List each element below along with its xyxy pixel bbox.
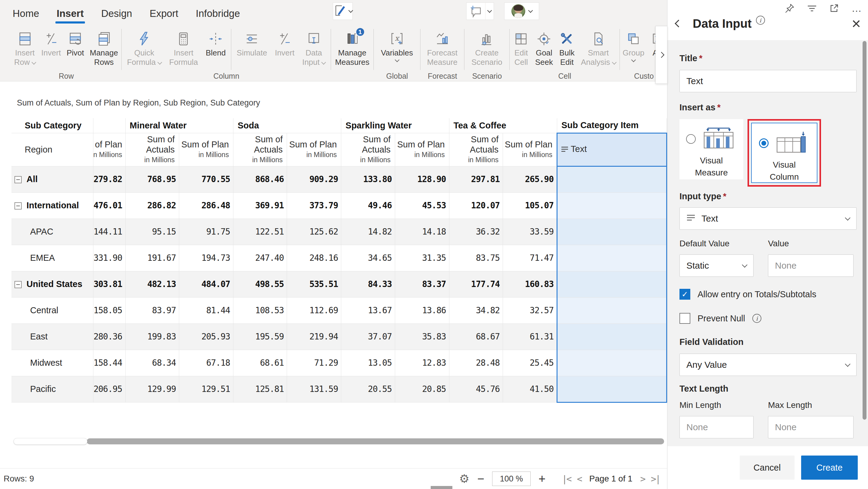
- cell-value[interactable]: 205.93: [179, 323, 234, 350]
- info-icon[interactable]: i: [756, 16, 765, 25]
- cell-value[interactable]: 33.59: [503, 219, 557, 245]
- cell-value[interactable]: 128.90: [395, 166, 449, 192]
- min-length-input[interactable]: None: [679, 416, 753, 438]
- cancel-button[interactable]: Cancel: [740, 456, 795, 480]
- insert-as-option-visual-column[interactable]: VisualColumn: [751, 123, 817, 183]
- cell-value[interactable]: 194.73: [179, 245, 234, 271]
- cell-value[interactable]: 49.46: [341, 192, 395, 219]
- collapse-icon[interactable]: [14, 176, 22, 183]
- cell-value[interactable]: 71.29: [287, 350, 341, 376]
- insert-formula-button[interactable]: InsertFormula: [167, 29, 200, 67]
- cell-value-clipped[interactable]: 280.36: [93, 323, 125, 350]
- cell-value[interactable]: 41.50: [503, 376, 557, 402]
- cell-value[interactable]: 122.51: [233, 219, 287, 245]
- measure-header-sum-of-actuals[interactable]: Sum ofActualsin Millions: [125, 133, 179, 166]
- cell-value[interactable]: 32.57: [503, 297, 557, 323]
- panel-scrollbar-thumb[interactable]: [863, 41, 867, 420]
- data-input-button[interactable]: DataInput: [300, 29, 328, 67]
- cell-value-clipped[interactable]: 158.44: [93, 350, 125, 376]
- cell-value[interactable]: 12.83: [395, 350, 449, 376]
- cell-value[interactable]: 68.67: [449, 323, 503, 350]
- collapse-icon[interactable]: [14, 281, 22, 288]
- scrollbar-track[interactable]: [87, 438, 664, 444]
- cell-value[interactable]: 28.48: [449, 350, 503, 376]
- bulk-edit-button[interactable]: BulkEdit: [557, 29, 577, 67]
- ribbon-tab-design[interactable]: Design: [101, 8, 132, 24]
- column-group-header[interactable]: Tea & Coffee: [449, 118, 557, 133]
- settings-gear-icon[interactable]: ⚙: [459, 472, 469, 485]
- zoom-in-button[interactable]: +: [538, 473, 546, 485]
- zoom-out-button[interactable]: −: [477, 473, 484, 485]
- row-label[interactable]: International: [11, 192, 93, 219]
- measure-header-sum-of-plan[interactable]: Sum of Planin Millions: [287, 133, 341, 166]
- cell-value[interactable]: 81.44: [179, 297, 234, 323]
- cell-value[interactable]: 14.18: [395, 219, 449, 245]
- cell-value[interactable]: 373.79: [287, 192, 341, 219]
- row-label[interactable]: Midwest: [11, 350, 93, 376]
- prevent-null-checkbox[interactable]: [679, 313, 690, 324]
- edit-cell-button[interactable]: EditCell: [511, 29, 531, 67]
- cell-value[interactable]: 131.59: [287, 376, 341, 402]
- cell-value[interactable]: 768.95: [125, 166, 179, 192]
- pin-icon[interactable]: [784, 3, 795, 13]
- blend-button[interactable]: Blend: [203, 29, 228, 58]
- cell-value[interactable]: 68.34: [125, 350, 179, 376]
- cell-value[interactable]: 35.83: [395, 323, 449, 350]
- input-column-cell[interactable]: [557, 245, 667, 271]
- cell-value[interactable]: 219.94: [287, 323, 341, 350]
- close-panel-button[interactable]: ×: [852, 16, 861, 31]
- measure-header-sum-of-plan[interactable]: Sum of Planin Millions: [395, 133, 449, 166]
- radio-selected[interactable]: [759, 138, 769, 148]
- cell-value[interactable]: 120.07: [449, 192, 503, 219]
- cell-value[interactable]: 61.31: [503, 323, 557, 350]
- row-label[interactable]: United States: [11, 271, 93, 297]
- cell-value[interactable]: 83.97: [125, 297, 179, 323]
- horizontal-scrollbar[interactable]: [0, 438, 667, 445]
- radio-unselected[interactable]: [686, 134, 696, 144]
- cell-value-clipped[interactable]: 144.11: [93, 219, 125, 245]
- collapse-icon[interactable]: [14, 202, 22, 209]
- input-column-cell[interactable]: [557, 376, 667, 402]
- input-type-dropdown[interactable]: Text: [679, 207, 857, 230]
- simulate-button[interactable]: Simulate: [234, 29, 270, 58]
- last-page-button[interactable]: >|: [651, 473, 660, 484]
- cell-value[interactable]: 369.91: [233, 192, 287, 219]
- cell-value[interactable]: 20.55: [341, 376, 395, 402]
- popout-icon[interactable]: [829, 3, 839, 13]
- cell-value[interactable]: 297.81: [449, 166, 503, 192]
- measure-header-clipped[interactable]: of Plann Millions: [93, 133, 125, 166]
- allow-totals-checkbox[interactable]: ✓: [679, 289, 690, 300]
- insert-as-option-visual-measure[interactable]: VisualMeasure: [679, 119, 743, 179]
- cell-value[interactable]: 71.47: [503, 245, 557, 271]
- column-header-sub-category-item[interactable]: Sub Category Item: [557, 118, 667, 133]
- cell-value[interactable]: 129.51: [179, 376, 234, 402]
- input-column-cell[interactable]: [557, 192, 667, 219]
- measure-header-sum-of-actuals[interactable]: Sum ofActualsin Millions: [233, 133, 287, 166]
- invert-row-button[interactable]: Invert: [39, 29, 63, 58]
- cell-value[interactable]: 160.83: [503, 271, 557, 297]
- cell-value-clipped[interactable]: 206.95: [93, 376, 125, 402]
- cell-value[interactable]: 177.74: [449, 271, 503, 297]
- input-column-header-cell[interactable]: Text: [557, 133, 667, 166]
- row-label[interactable]: Pacific: [11, 376, 93, 402]
- cell-value[interactable]: 105.07: [503, 192, 557, 219]
- ribbon-tab-home[interactable]: Home: [13, 8, 39, 24]
- cell-value[interactable]: 535.51: [287, 271, 341, 297]
- manage-rows-button[interactable]: ManageRows: [87, 29, 121, 67]
- input-column-cell[interactable]: [557, 219, 667, 245]
- measure-header-sum-of-actuals[interactable]: Sum ofActualsin Millions: [449, 133, 503, 166]
- cell-value[interactable]: 199.83: [125, 323, 179, 350]
- cell-value-clipped[interactable]: 279.82: [93, 166, 125, 192]
- column-group-header[interactable]: Sparkling Water: [341, 118, 449, 133]
- value-input[interactable]: None: [768, 255, 854, 277]
- column-group-header[interactable]: Mineral Water: [125, 118, 233, 133]
- invert-column-button[interactable]: Invert: [273, 29, 297, 58]
- cell-value[interactable]: 13.05: [341, 350, 395, 376]
- cell-value[interactable]: 770.55: [179, 166, 234, 192]
- cell-value-clipped[interactable]: 158.05: [93, 297, 125, 323]
- cell-value[interactable]: 45.53: [395, 192, 449, 219]
- column-group-header[interactable]: Soda: [233, 118, 341, 133]
- input-column-cell[interactable]: [557, 166, 667, 192]
- insert-row-button[interactable]: InsertRow: [12, 29, 38, 67]
- ribbon-tab-infobridge[interactable]: Infobridge: [196, 8, 240, 24]
